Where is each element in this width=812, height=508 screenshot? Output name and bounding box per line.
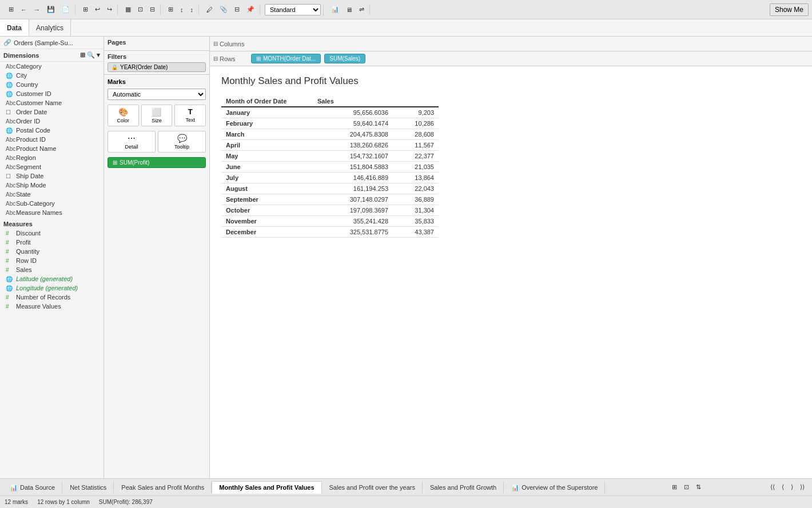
tab-monthly-sales[interactable]: Monthly Sales and Profit Values xyxy=(212,481,321,494)
field-country[interactable]: 🌐 Country xyxy=(0,80,104,89)
columns-label: ⊟ Columns xyxy=(213,41,248,47)
table-row[interactable]: June 151,804.5883 21,035 xyxy=(221,162,439,173)
mark-extra-button[interactable]: ⊟ xyxy=(232,4,242,15)
status-marks: 12 marks xyxy=(5,499,28,505)
nav-prev-button[interactable]: ⟨ xyxy=(779,482,787,493)
field-category[interactable]: Abc Category xyxy=(0,62,104,71)
field-profit[interactable]: # Profit xyxy=(0,238,104,247)
move-sheet-button[interactable]: ⇅ xyxy=(693,482,704,493)
field-order-id[interactable]: Abc Order ID xyxy=(0,117,104,126)
tab-sales-profit-years[interactable]: Sales and Profit over the years xyxy=(322,481,423,493)
field-latitude[interactable]: 🌐 Latitude (generated) xyxy=(0,274,104,283)
standard-select[interactable]: Standard Fit Width Entire View xyxy=(265,4,321,15)
field-button-3[interactable]: ⊟ xyxy=(147,4,158,15)
save-button[interactable]: 💾 xyxy=(44,4,58,15)
tooltip-icon: 💬 xyxy=(177,134,187,143)
marks-type-select[interactable]: Automatic Bar Line Area Circle Shape Tex… xyxy=(108,89,206,100)
nav-next-button[interactable]: ⟩ xyxy=(788,482,796,493)
field-sales[interactable]: # Sales xyxy=(0,265,104,274)
field-customer-name[interactable]: Abc Customer Name xyxy=(0,98,104,107)
net-statistics-label: Net Statistics xyxy=(70,484,106,491)
field-measure-values[interactable]: # Measure Values xyxy=(0,302,104,311)
field-product-name[interactable]: Abc Product Name xyxy=(0,144,104,153)
field-product-id[interactable]: Abc Product ID xyxy=(0,135,104,144)
data-source-button[interactable]: ⊞ xyxy=(80,4,91,15)
detail-mark-button[interactable]: ⋯ Detail xyxy=(108,131,156,153)
field-sub-category[interactable]: Abc Sub-Category xyxy=(0,199,104,208)
field-row-id[interactable]: # Row ID xyxy=(0,256,104,265)
field-region[interactable]: Abc Region xyxy=(0,153,104,162)
rows-pill-month[interactable]: ⊞ MONTH(Order Dat... xyxy=(251,54,321,63)
nav-last-button[interactable]: ⟩⟩ xyxy=(797,482,807,493)
size-mark-button[interactable]: ⬜ Size xyxy=(141,105,173,126)
share-button[interactable]: ⇌ xyxy=(356,4,367,15)
table-row[interactable]: November 355,241.428 35,833 xyxy=(221,216,439,227)
show-me-button[interactable]: Show Me xyxy=(770,3,809,16)
nav-first-button[interactable]: ⟨⟨ xyxy=(767,482,778,493)
sort-button-1[interactable]: ⊞ xyxy=(165,4,176,15)
rows-text: Rows xyxy=(220,55,236,62)
data-source-row[interactable]: 🔗 Orders (Sample-Su... xyxy=(0,37,104,49)
field-longitude[interactable]: 🌐 Longitude (generated) xyxy=(0,283,104,293)
new-button[interactable]: 📄 xyxy=(59,4,73,15)
undo-button[interactable]: ↩ xyxy=(92,4,103,15)
tooltip-mark-button[interactable]: 💬 Tooltip xyxy=(158,131,206,153)
rows-pill-sales[interactable]: SUM(Sales) xyxy=(324,54,365,63)
field-number-of-records[interactable]: # Number of Records xyxy=(0,293,104,302)
text-mark-button[interactable]: T Text xyxy=(174,105,206,126)
table-row[interactable]: December 325,531.8775 43,387 xyxy=(221,227,439,238)
sum-profit-pill[interactable]: ⊞ SUM(Profit) xyxy=(108,157,206,168)
grid-icon[interactable]: ⊞ xyxy=(80,51,85,59)
chevron-icon[interactable]: ▾ xyxy=(97,51,100,59)
tab-peak-sales[interactable]: Peak Sales and Profit Months xyxy=(114,481,212,493)
filter-year-order-date[interactable]: 🔒 YEAR(Order Date) xyxy=(108,62,206,72)
field-ship-mode[interactable]: Abc Ship Mode xyxy=(0,181,104,190)
table-row[interactable]: January 95,656.6036 9,203 xyxy=(221,107,439,118)
table-row[interactable]: May 154,732.1607 22,377 xyxy=(221,151,439,162)
add-sheet-button[interactable]: ⊞ xyxy=(669,482,680,493)
field-icon-measure-values: # xyxy=(6,303,14,310)
duplicate-sheet-button[interactable]: ⊡ xyxy=(681,482,692,493)
field-quantity[interactable]: # Quantity xyxy=(0,247,104,256)
tab-data-source[interactable]: 📊 Data Source xyxy=(2,481,62,494)
tab-sales-profit-growth[interactable]: Sales and Profit Growth xyxy=(423,481,504,493)
field-postal-code[interactable]: 🌐 Postal Code xyxy=(0,126,104,135)
tab-overview-superstore[interactable]: 📊 Overview of the Superstore xyxy=(504,481,605,494)
redo-button[interactable]: ↪ xyxy=(104,4,115,15)
chart-button-2[interactable]: 🖥 xyxy=(343,5,355,15)
field-order-date[interactable]: ☐ Order Date xyxy=(0,107,104,117)
nav-forward-button[interactable]: → xyxy=(31,5,43,15)
field-button-1[interactable]: ▦ xyxy=(122,4,134,15)
field-state[interactable]: Abc State xyxy=(0,190,104,199)
tab-data[interactable]: Data xyxy=(0,19,29,36)
color-mark-button[interactable]: 🎨 Color xyxy=(108,105,139,126)
field-discount[interactable]: # Discount xyxy=(0,229,104,238)
table-row[interactable]: July 146,416.889 13,864 xyxy=(221,173,439,183)
table-row[interactable]: March 204,475.8308 28,608 xyxy=(221,129,439,140)
nav-home-button[interactable]: ⊞ xyxy=(6,4,17,15)
cell-month: November xyxy=(221,216,313,227)
tab-analytics[interactable]: Analytics xyxy=(29,19,71,36)
mark-color-button[interactable]: 🖊 xyxy=(204,5,216,15)
table-row[interactable]: February 59,640.1474 10,286 xyxy=(221,118,439,129)
chart-button-1[interactable]: 📊 xyxy=(328,4,342,15)
nav-back-button[interactable]: ← xyxy=(18,5,30,15)
field-measure-names[interactable]: Abc Measure Names xyxy=(0,208,104,217)
table-row[interactable]: August 161,194.253 22,043 xyxy=(221,183,439,194)
mark-pin-button[interactable]: 📌 xyxy=(244,4,257,15)
sort-button-2[interactable]: ↕ xyxy=(177,5,186,15)
cell-sales: 59,640.1474 xyxy=(313,118,393,129)
mark-attach-button[interactable]: 📎 xyxy=(217,4,230,15)
table-row[interactable]: September 307,148.0297 36,889 xyxy=(221,194,439,205)
table-row[interactable]: April 138,260.6826 11,567 xyxy=(221,140,439,151)
field-segment[interactable]: Abc Segment xyxy=(0,162,104,171)
field-ship-date[interactable]: ☐ Ship Date xyxy=(0,171,104,181)
sort-button-3[interactable]: ↕ xyxy=(188,5,197,15)
table-row[interactable]: October 197,098.3697 31,304 xyxy=(221,205,439,216)
field-icon-segment: Abc xyxy=(6,164,14,170)
field-button-2[interactable]: ⊡ xyxy=(135,4,146,15)
tab-net-statistics[interactable]: Net Statistics xyxy=(62,481,114,493)
field-city[interactable]: 🌐 City xyxy=(0,71,104,80)
field-customer-id[interactable]: 🌐 Customer ID xyxy=(0,89,104,98)
search-icon[interactable]: 🔍 xyxy=(87,51,95,59)
